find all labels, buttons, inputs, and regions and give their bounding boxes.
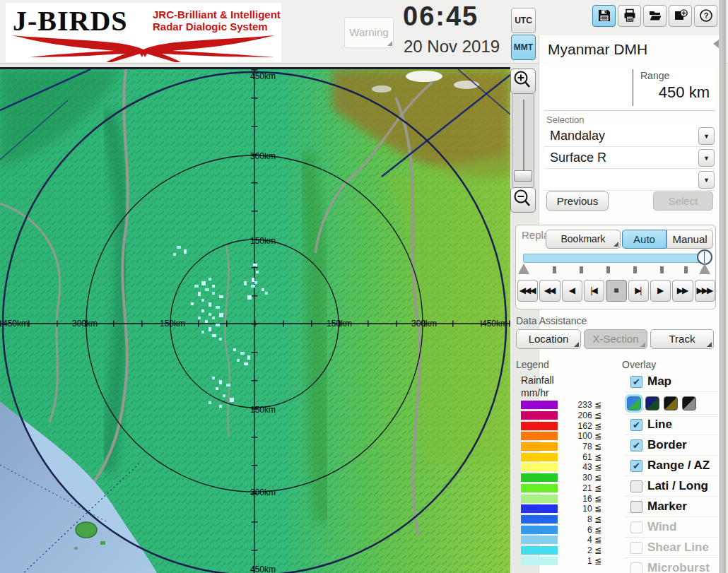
overlay-item-label: Marker xyxy=(647,500,687,514)
eagle-logo-icon xyxy=(8,34,278,62)
legend-row: 100 ≦ xyxy=(521,431,606,442)
checkbox-icon[interactable]: ✔ xyxy=(630,460,642,472)
overlay-item-range-az[interactable]: ✔Range / AZ xyxy=(625,456,718,476)
zoom-out-icon xyxy=(511,188,532,209)
slider-end-marker[interactable] xyxy=(699,264,710,274)
svg-text:?: ? xyxy=(703,11,708,20)
legend-row: 4 ≦ xyxy=(521,535,606,545)
bookmark-button[interactable]: Bookmark xyxy=(546,230,621,249)
previous-button[interactable]: Previous xyxy=(546,191,609,211)
legend-color-swatch xyxy=(521,401,558,409)
legend-row: 8 ≦ xyxy=(521,514,606,525)
overlay-item-wind: Wind xyxy=(625,517,718,538)
x-section-button-label: X-Section xyxy=(592,333,638,345)
product-dropdown-arrow-icon[interactable]: ▼ xyxy=(698,149,715,167)
checkbox-icon[interactable]: ✔ xyxy=(630,376,642,388)
overlay-item-lati-long[interactable]: Lati / Long xyxy=(625,476,718,497)
legend-color-swatch xyxy=(521,504,558,513)
map-style-swatch-1[interactable] xyxy=(627,396,641,410)
map-style-selector xyxy=(625,392,718,415)
select-button[interactable]: Select xyxy=(653,191,713,211)
checkbox-icon[interactable]: ✔ xyxy=(630,419,642,431)
legend-threshold-value: 43 ≦ xyxy=(562,462,601,472)
legend-threshold-value: 4 ≦ xyxy=(562,535,601,545)
checkbox-icon[interactable] xyxy=(630,501,642,513)
panel-scrollbar[interactable] xyxy=(720,0,726,573)
zoom-slider-handle[interactable] xyxy=(514,170,532,182)
ring-label-150-bottom: 150km xyxy=(250,405,276,415)
playback-button-1[interactable]: ◀◀ xyxy=(539,280,560,302)
playback-button-8[interactable]: ▶▶▶ xyxy=(695,280,715,302)
folder-icon xyxy=(648,8,662,23)
playback-button-4[interactable]: ■ xyxy=(606,280,626,302)
legend-color-swatch xyxy=(521,515,558,524)
legend-threshold-value: 8 ≦ xyxy=(562,514,601,524)
legend-title: Legend xyxy=(516,359,549,370)
panel-collapse-arrow-icon[interactable] xyxy=(713,40,719,48)
station-name: Myanmar DMH xyxy=(548,41,647,58)
slider-tick xyxy=(580,266,583,273)
product-dropdown[interactable]: Surface R ▼ xyxy=(544,148,715,169)
playback-button-0[interactable]: ◀◀◀ xyxy=(517,280,538,302)
replay-slider-handle[interactable] xyxy=(697,249,712,265)
legend-row: 1 ≦ xyxy=(521,555,606,566)
replay-slider-track[interactable] xyxy=(523,254,705,263)
zoom-slider-line xyxy=(523,100,524,170)
add-image-button[interactable] xyxy=(669,5,692,27)
warning-menu-corner xyxy=(387,41,392,46)
radar-map[interactable]: 450km 300km 150km 150km 300km 450km 450k… xyxy=(0,67,510,573)
playback-button-2[interactable]: ◀ xyxy=(562,280,582,302)
zoom-in-button[interactable] xyxy=(510,69,536,94)
playback-button-3[interactable]: |◀ xyxy=(584,280,604,302)
legend-threshold-value: 10 ≦ xyxy=(562,504,601,514)
map-style-swatch-2[interactable] xyxy=(645,396,659,410)
track-button[interactable]: Track xyxy=(650,329,714,349)
map-style-swatch-3[interactable] xyxy=(664,396,678,410)
overlay-item-map[interactable]: ✔Map xyxy=(625,372,718,392)
save-button[interactable] xyxy=(592,5,616,27)
ring-label-450-right: 450km xyxy=(482,319,507,329)
option-dropdown[interactable]: ▼ xyxy=(544,170,715,191)
site-dropdown-arrow-icon[interactable]: ▼ xyxy=(698,127,715,145)
utc-button[interactable]: UTC xyxy=(511,8,536,33)
overlay-item-border[interactable]: ✔Border xyxy=(625,435,718,456)
legend-row: 206 ≦ xyxy=(521,410,606,421)
slider-start-marker[interactable] xyxy=(518,264,529,274)
warning-button[interactable]: Warning xyxy=(344,17,394,48)
x-section-button[interactable]: X-Section xyxy=(584,329,647,349)
legend-threshold-value: 30 ≦ xyxy=(562,473,601,483)
overlay-item-marker[interactable]: Marker xyxy=(625,497,718,517)
ring-label-300-bottom: 300km xyxy=(250,488,276,497)
help-button[interactable]: ? xyxy=(694,5,717,27)
legend-row: 2 ≦ xyxy=(521,545,606,556)
checkbox-icon xyxy=(630,542,642,554)
open-file-button[interactable] xyxy=(643,5,667,27)
manual-button[interactable]: Manual xyxy=(667,230,713,249)
legend-color-swatch xyxy=(521,453,558,461)
overlay-item-line[interactable]: ✔Line xyxy=(625,415,718,435)
checkbox-icon[interactable] xyxy=(630,480,642,492)
overlay-item-microburst: Microburst xyxy=(625,558,718,573)
add-image-icon xyxy=(674,8,688,23)
site-dropdown[interactable]: Mandalay ▼ xyxy=(544,126,715,147)
slider-tick xyxy=(633,266,637,273)
legend-color-swatch xyxy=(521,546,558,555)
auto-button[interactable]: Auto xyxy=(622,230,667,249)
zoom-out-button[interactable] xyxy=(510,187,536,213)
bookmark-button-label: Bookmark xyxy=(560,233,605,244)
print-button[interactable] xyxy=(618,5,641,27)
checkbox-icon[interactable]: ✔ xyxy=(630,439,642,451)
playback-button-7[interactable]: ▶▶ xyxy=(672,280,693,302)
playback-button-5[interactable]: ▶| xyxy=(628,280,649,302)
map-style-swatch-4[interactable] xyxy=(682,396,696,410)
option-dropdown-arrow-icon[interactable]: ▼ xyxy=(698,171,715,189)
overlay-item-label: Microburst xyxy=(647,561,710,573)
range-box: Range 450 km xyxy=(544,66,715,109)
mmt-button[interactable]: MMT xyxy=(511,35,536,60)
playback-button-6[interactable]: ▶ xyxy=(650,280,671,302)
range-divider xyxy=(633,69,633,106)
location-button[interactable]: Location xyxy=(516,329,581,349)
legend-row: 43 ≦ xyxy=(521,462,606,473)
clock-date: 20 Nov 2019 xyxy=(404,37,500,57)
zoom-slider-track[interactable] xyxy=(512,94,534,187)
